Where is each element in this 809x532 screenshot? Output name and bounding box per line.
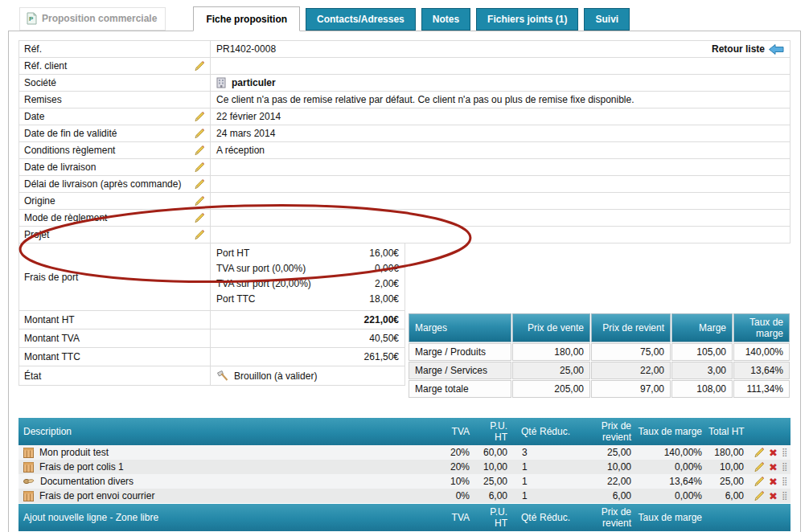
- drag-handle-icon[interactable]: ⣿: [782, 463, 786, 471]
- add-line-header: Ajout nouvelle ligne - Zone libre TVA P.…: [18, 504, 791, 531]
- margins-cell: 75,00: [591, 343, 671, 361]
- delete-line-icon[interactable]: ✖: [769, 448, 778, 458]
- margins-cell: 25,00: [512, 362, 590, 379]
- col-qte: Qté: [512, 425, 538, 438]
- line-qty: 1: [512, 489, 538, 502]
- total-ttc-row: Montant TTC 261,50€: [18, 348, 405, 366]
- line-tva: 20%: [441, 460, 474, 473]
- shipping-line-label: TVA sur port (0,00%): [216, 261, 306, 276]
- col-taux-marge: Taux de marge: [636, 425, 707, 438]
- margins-cell: 22,00: [591, 362, 671, 379]
- field-label: Conditions règlement: [24, 145, 115, 156]
- margins-cell: 111,34%: [733, 380, 790, 398]
- margins-cell: 180,00: [512, 343, 590, 361]
- line-reduc: [538, 481, 572, 482]
- drag-handle-icon[interactable]: ⣿: [782, 448, 786, 456]
- col-pu-ht: P.U. HT: [474, 505, 512, 530]
- field-label: Société: [24, 77, 56, 88]
- tab-suivi[interactable]: Suivi: [584, 8, 630, 31]
- margins-cell: 140,00%: [733, 343, 790, 361]
- field-value: A réception: [216, 145, 265, 156]
- proposal-lines-table: Description TVA P.U. HT Qté Réduc. Prix …: [18, 418, 791, 532]
- tab-fichiers-joints[interactable]: Fichiers joints (1): [476, 8, 578, 31]
- edit-pencil-icon[interactable]: [194, 212, 205, 223]
- company-name-link[interactable]: particuler: [232, 77, 276, 88]
- field-label: Remises: [24, 94, 62, 105]
- line-description-link[interactable]: Documentation divers: [40, 476, 133, 487]
- total-ht-row: Montant HT 221,00€: [18, 311, 405, 329]
- edit-pencil-icon[interactable]: [754, 447, 765, 458]
- edit-pencil-icon[interactable]: [194, 195, 205, 207]
- margins-header: Marges: [409, 313, 511, 342]
- total-ttc-value: 261,50€: [364, 351, 399, 362]
- col-actions: [749, 431, 791, 432]
- line-cost: 25,00: [572, 446, 636, 459]
- edit-pencil-icon[interactable]: [754, 490, 765, 501]
- col-prix-revient: Prix de revient: [572, 419, 636, 444]
- edit-pencil-icon[interactable]: [754, 476, 765, 487]
- edit-pencil-icon[interactable]: [194, 145, 205, 156]
- edit-pencil-icon[interactable]: [194, 178, 205, 190]
- shipping-line-value: 2,00€: [375, 276, 399, 292]
- delete-line-icon[interactable]: ✖: [769, 491, 778, 501]
- product-crate-icon: [23, 448, 34, 458]
- shipping-costs-row: Frais de port Port HT16,00€ TVA sur port…: [18, 243, 405, 311]
- tab-bar: P Proposition commerciale Fiche proposit…: [0, 0, 809, 31]
- edit-pencil-icon[interactable]: [194, 111, 205, 122]
- line-total: 6,00: [707, 489, 749, 502]
- line-row-3: Documentation divers 10% 25,00 1 22,00 1…: [18, 474, 791, 489]
- line-margin-rate: 13,64%: [636, 475, 707, 488]
- shipping-line-label: Port HT: [216, 246, 249, 261]
- shipping-breakdown: Port HT16,00€ TVA sur port (0,00%)0,00€ …: [211, 243, 405, 310]
- back-to-list-label: Retour liste: [712, 43, 765, 55]
- drag-handle-icon[interactable]: ⣿: [782, 492, 786, 500]
- line-description-link[interactable]: Frais de port colis 1: [39, 461, 124, 473]
- edit-pencil-icon[interactable]: [754, 461, 765, 473]
- back-to-list-link[interactable]: Retour liste: [712, 43, 784, 55]
- margins-cell: Marge / Produits: [409, 343, 511, 361]
- line-description-link[interactable]: Mon produit test: [39, 447, 109, 458]
- field-row-delai-livraison: Délai de livraison (après commande): [18, 176, 791, 193]
- proposal-document-icon: P: [27, 12, 37, 25]
- drag-handle-icon[interactable]: ⣿: [782, 477, 786, 485]
- margins-header: Prix de revient: [591, 313, 671, 342]
- line-total: 25,00: [707, 475, 749, 488]
- line-description-link[interactable]: Frais de port envoi courrier: [39, 490, 154, 501]
- totals-and-margins-section: Frais de port Port HT16,00€ TVA sur port…: [18, 243, 791, 399]
- delete-line-icon[interactable]: ✖: [769, 477, 778, 487]
- product-crate-icon: [23, 491, 34, 501]
- col-taux-marge: Taux de marge: [636, 511, 707, 524]
- delete-line-icon[interactable]: ✖: [769, 462, 778, 473]
- edit-pencil-icon[interactable]: [194, 162, 205, 173]
- edit-pencil-icon[interactable]: [194, 60, 205, 72]
- field-label: Date: [24, 111, 44, 122]
- total-tva-value: 40,50€: [369, 333, 399, 344]
- field-label: Réf. client: [24, 60, 67, 72]
- context-label: P Proposition commerciale: [19, 7, 166, 31]
- svg-text:P: P: [29, 15, 34, 23]
- col-qte: Qté: [512, 511, 538, 524]
- line-tva: 20%: [441, 446, 474, 459]
- product-crate-icon: [23, 462, 34, 473]
- field-label: Date de fin de validité: [24, 128, 117, 139]
- edit-pencil-icon[interactable]: [194, 229, 205, 240]
- line-cost: 22,00: [572, 475, 636, 488]
- line-pu-ht: 60,00: [474, 446, 512, 459]
- line-tva: 0%: [441, 489, 474, 502]
- margins-cell: 105,00: [671, 343, 733, 361]
- field-row-date-livraison: Date de livraison: [18, 159, 791, 176]
- tab-contacts-adresses[interactable]: Contacts/Adresses: [306, 8, 416, 31]
- total-ht-value: 221,00€: [364, 314, 399, 325]
- field-row-ref: Réf. PR1402-0008 Retour liste: [18, 40, 791, 58]
- line-qty: 3: [512, 446, 538, 459]
- line-reduc: [538, 452, 572, 453]
- margins-cell: Marge totale: [409, 380, 511, 398]
- add-line-title: Ajout nouvelle ligne - Zone libre: [18, 511, 441, 524]
- col-reduc: Réduc.: [538, 425, 572, 438]
- field-label: Date de livraison: [24, 162, 96, 173]
- edit-pencil-icon[interactable]: [194, 128, 205, 139]
- lines-header-row: Description TVA P.U. HT Qté Réduc. Prix …: [18, 418, 791, 445]
- total-label: Montant HT: [24, 314, 75, 325]
- tab-notes[interactable]: Notes: [421, 8, 470, 31]
- tab-fiche-proposition[interactable]: Fiche proposition: [193, 6, 300, 31]
